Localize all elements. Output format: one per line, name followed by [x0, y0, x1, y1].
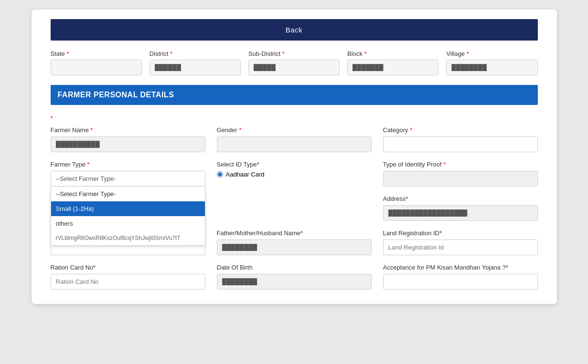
aadhaar-radio[interactable]: [217, 171, 223, 177]
form-grid: Farmer Name * Gender * Male Category * S…: [51, 126, 538, 290]
dropdown-item-default[interactable]: --Select Farmer Type-: [51, 187, 205, 201]
gender-label: Gender *: [217, 126, 372, 134]
back-button[interactable]: Back: [51, 19, 538, 41]
farmer-name-label: Farmer Name *: [51, 126, 205, 134]
father-name-field: Father/Mother/Husband Name*: [217, 229, 372, 255]
block-field: Block *: [347, 50, 438, 75]
father-name-label: Father/Mother/Husband Name*: [217, 229, 372, 237]
address-input[interactable]: [383, 205, 538, 221]
district-field: District *: [150, 50, 241, 75]
dropdown-item-others[interactable]: others: [51, 216, 205, 231]
aadhaar-radio-item: Aadhaar Card: [217, 171, 372, 178]
village-input[interactable]: [446, 60, 537, 75]
dob-input[interactable]: [217, 274, 372, 290]
identity-proof-field: Type of Identity Proof * Aadhar Card: [383, 161, 538, 187]
farmer-type-dropdown: --Select Farmer Type- Small (1-2Ha) othe…: [51, 187, 205, 246]
state-input[interactable]: UTTAR PRADESH: [51, 60, 142, 75]
category-input[interactable]: SC: [383, 136, 538, 152]
ration-card-input[interactable]: [51, 274, 205, 290]
village-field: Village *: [446, 50, 537, 75]
subdistrict-field: Sub-District *: [248, 50, 340, 75]
father-name-input[interactable]: [217, 239, 372, 255]
subdistrict-label: Sub-District *: [248, 50, 340, 57]
required-note: *: [51, 114, 538, 122]
select-id-type-field: Select ID Type* Aadhaar Card: [217, 161, 372, 187]
page-container: Back State * UTTAR PRADESH District * Su…: [32, 10, 557, 304]
farmer-type-label: Farmer Type *: [51, 161, 205, 168]
farmer-name-input[interactable]: [51, 136, 205, 152]
district-input[interactable]: [150, 60, 241, 75]
state-label: State *: [51, 50, 142, 57]
dropdown-item-extra: rVLblmgR6OwxR8KxzOuf8cqYShJwjt0SmIVu7tT: [51, 231, 205, 245]
pmkmy-input[interactable]: --Select PMKMY-: [383, 274, 538, 290]
block-input[interactable]: [347, 60, 438, 75]
ration-card-field: Ration Card No*: [51, 264, 205, 290]
ration-card-label: Ration Card No*: [51, 264, 205, 271]
land-reg-label: Land Registration ID*: [383, 229, 538, 237]
farmer-type-display[interactable]: --Select Farmer Type-: [51, 171, 205, 187]
farmer-type-value: --Select Farmer Type-: [56, 175, 116, 182]
gender-input[interactable]: Male: [217, 136, 372, 152]
subdistrict-input[interactable]: [248, 60, 340, 75]
land-reg-field: Land Registration ID*: [383, 229, 538, 255]
category-field: Category * SC: [383, 126, 538, 152]
block-label: Block *: [347, 50, 438, 57]
address-label: Address*: [383, 195, 538, 202]
gender-field: Gender * Male: [217, 126, 372, 152]
identity-proof-input[interactable]: Aadhar Card: [383, 171, 538, 187]
village-label: Village *: [446, 50, 537, 57]
identity-proof-label: Type of Identity Proof *: [383, 161, 538, 168]
section-title: FARMER PERSONAL DETAILS: [58, 91, 174, 99]
dropdown-item-small[interactable]: Small (1-2Ha): [51, 201, 205, 216]
section-header: FARMER PERSONAL DETAILS: [51, 85, 538, 105]
select-id-type-label: Select ID Type*: [217, 161, 372, 168]
land-reg-input[interactable]: [383, 239, 538, 255]
pmkmy-field: Acceptance for PM Kisan Mandhan Yojana ?…: [383, 264, 538, 290]
address-field: Address*: [383, 195, 538, 221]
farmer-type-wrapper[interactable]: --Select Farmer Type- --Select Farmer Ty…: [51, 171, 205, 187]
category-label: Category *: [383, 126, 538, 134]
dob-field: Date Of Birth: [217, 264, 372, 290]
state-field: State * UTTAR PRADESH: [51, 50, 142, 75]
location-row: State * UTTAR PRADESH District * Sub-Dis…: [51, 50, 538, 75]
dob-label: Date Of Birth: [217, 264, 372, 271]
pmkmy-label: Acceptance for PM Kisan Mandhan Yojana ?…: [383, 264, 538, 271]
aadhaar-label: Aadhaar Card: [226, 171, 265, 178]
district-label: District *: [150, 50, 241, 57]
farmer-name-field: Farmer Name *: [51, 126, 205, 152]
radio-group: Aadhaar Card: [217, 171, 372, 178]
farmer-type-field: Farmer Type * --Select Farmer Type- --Se…: [51, 161, 205, 187]
